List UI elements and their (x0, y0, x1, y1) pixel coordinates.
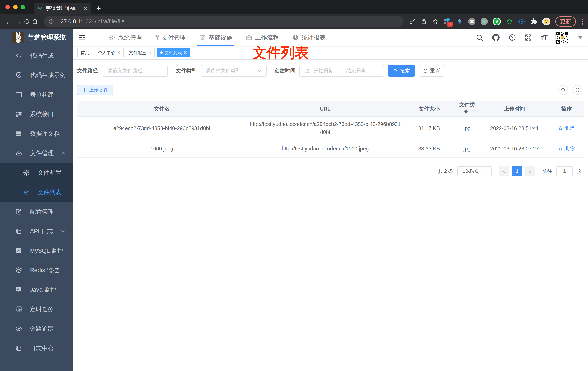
close-window-button[interactable] (5, 5, 10, 9)
upload-file-button[interactable]: 上传文件 (77, 85, 113, 95)
sidebar-item-label: 日志中心 (30, 344, 54, 352)
topnav-item-infrastructure[interactable]: 基础设施 (199, 29, 232, 46)
file-path-input[interactable] (107, 68, 162, 74)
sidebar-item-db-doc[interactable]: 数据库文档 (0, 124, 73, 143)
extension-tabs-icon[interactable]: 11 (444, 18, 451, 25)
topnav-label: 系统管理 (118, 34, 142, 42)
monitor-bars-icon (15, 286, 22, 293)
browser-menu-icon[interactable] (582, 19, 583, 25)
prev-page-button[interactable] (499, 166, 509, 176)
extension-command-icon[interactable]: ⌘ (468, 18, 475, 25)
sidebar-item-scheduled-tasks[interactable]: 定时任务 (0, 299, 73, 319)
browser-toolbar: ← → 127.0.0.1:1024/infra/file/file 11 ⌘ … (0, 14, 588, 29)
toggle-search-button[interactable] (558, 85, 568, 95)
back-button[interactable]: ← (5, 18, 13, 25)
reset-button[interactable]: 重置 (419, 65, 444, 77)
refresh-table-button[interactable] (572, 85, 582, 95)
sidebar-item-label: 链路追踪 (30, 325, 54, 333)
page-size-select[interactable]: 10条/页 (457, 166, 492, 176)
sidebar-item-redis-monitor[interactable]: Redis 监控 (0, 260, 73, 280)
extensions-puzzle-icon[interactable] (530, 18, 537, 25)
browser-tab[interactable]: 芋道管理系统 ✕ (34, 2, 91, 14)
delete-button[interactable]: 删除 (558, 124, 575, 132)
extension-eye-icon[interactable] (518, 18, 525, 25)
tag-close-icon[interactable]: ✕ (148, 50, 151, 55)
sidebar-item-tracing[interactable]: 链路追踪 (0, 319, 73, 339)
shield-check-icon (15, 72, 22, 79)
minimize-window-button[interactable] (13, 5, 18, 9)
new-tab-button[interactable]: + (96, 4, 101, 12)
gear-icon (109, 34, 116, 41)
sidebar-item-label: 定时任务 (30, 305, 54, 313)
search-icon (393, 68, 398, 73)
tag-close-icon[interactable]: ✕ (117, 50, 120, 55)
col-header-time: 上传时间 (480, 105, 549, 113)
topnav-item-system[interactable]: 系统管理 (109, 29, 142, 46)
delete-button[interactable]: 删除 (558, 144, 575, 152)
user-avatar-qr[interactable] (556, 31, 569, 44)
date-separator: - (339, 68, 341, 74)
tab-close-icon[interactable]: ✕ (83, 5, 88, 11)
sidebar-logo-row[interactable]: 芋道管理系统 (0, 29, 73, 46)
sidebar-item-file-management[interactable]: 文件管理 (0, 143, 73, 163)
collapse-sidebar-icon[interactable] (78, 34, 86, 42)
extension-balloon-icon[interactable] (456, 18, 463, 25)
sidebar-item-file-list[interactable]: 文件列表 (0, 182, 73, 202)
schedule-clock-icon (15, 306, 22, 313)
chevron-down-icon (61, 229, 65, 234)
search-button[interactable]: 搜索 (388, 65, 415, 77)
sidebar-item-code-gen-demo[interactable]: 代码生成示例 (0, 65, 73, 85)
plus-icon (82, 88, 87, 92)
reload-button[interactable] (23, 18, 30, 25)
tag-file-list[interactable]: 文件列表✕ (157, 48, 190, 57)
sidebar-item-mysql-monitor[interactable]: MySQL 监控 (0, 241, 73, 260)
bookmark-star-icon[interactable] (432, 18, 439, 25)
extension-emoji-icon[interactable] (542, 18, 550, 25)
tag-file-config[interactable]: 文件配置✕ (126, 48, 155, 57)
password-key-icon[interactable] (409, 18, 416, 25)
search-icon (561, 87, 566, 93)
share-icon[interactable] (420, 18, 427, 25)
table-header-row: 文件名 URL 文件大小 文件类型 上传时间 操作 (77, 101, 584, 117)
file-type-select[interactable]: 请选择文件类型 (201, 65, 267, 77)
topnav-label: 统计报表 (302, 34, 326, 42)
upload-button-label: 上传文件 (89, 87, 108, 93)
chrome-update-button[interactable]: 更新 (555, 16, 576, 27)
sidebar-item-log-center[interactable]: 日志中心 (0, 339, 73, 358)
extension-gray-dot-icon[interactable] (481, 18, 488, 25)
avatar-caret-icon[interactable] (578, 36, 583, 39)
extension-v-icon[interactable]: V (493, 18, 501, 25)
gear-icon (23, 169, 30, 176)
goto-page-input[interactable] (556, 166, 573, 176)
fullscreen-icon[interactable] (525, 34, 532, 41)
home-button[interactable] (32, 18, 38, 25)
site-info-icon[interactable] (48, 19, 54, 24)
next-page-button[interactable] (525, 166, 536, 176)
forward-button[interactable]: → (14, 18, 22, 25)
sidebar-item-system-api[interactable]: 系统接口 (0, 104, 73, 124)
tag-profile[interactable]: 个人中心✕ (95, 48, 124, 57)
sidebar-item-file-config[interactable]: 文件配置 (0, 163, 73, 182)
page-number-current[interactable]: 1 (512, 166, 523, 176)
sidebar-item-api-log[interactable]: API 日志 (0, 222, 73, 241)
goto-label: 前往 (542, 168, 552, 174)
sidebar-item-code-gen[interactable]: 代码生成 (0, 46, 73, 65)
cell-url: http://test.yudao.iocoder.cn/1000.jpeg (247, 145, 404, 153)
topnav-item-payment[interactable]: ¥ 支付管理 (155, 29, 186, 46)
extension-star-icon[interactable] (506, 18, 513, 25)
extension-badge: 11 (447, 22, 453, 27)
search-icon[interactable] (476, 34, 483, 41)
github-icon[interactable] (492, 33, 500, 42)
zoom-window-button[interactable] (21, 5, 25, 9)
table-row[interactable]: a294ecb2-73dd-4353-bf40-296b8931d0bf htt… (77, 117, 584, 140)
tag-close-icon[interactable]: ✕ (184, 50, 187, 55)
sidebar-item-config-management[interactable]: 配置管理 (0, 202, 73, 222)
font-size-icon[interactable]: тT (540, 34, 547, 42)
table-row[interactable]: 1000.jpeg http://test.yudao.iocoder.cn/1… (77, 140, 584, 158)
address-bar[interactable]: 127.0.0.1:1024/infra/file/file (44, 16, 404, 27)
date-range-picker[interactable]: 开始日期 - 结束日期 (299, 65, 384, 77)
tag-home[interactable]: 首页 (77, 48, 93, 57)
help-icon[interactable] (509, 34, 516, 41)
sidebar-item-form-builder[interactable]: 表单构建 (0, 85, 73, 104)
sidebar-item-java-monitor[interactable]: Java 监控 (0, 280, 73, 299)
